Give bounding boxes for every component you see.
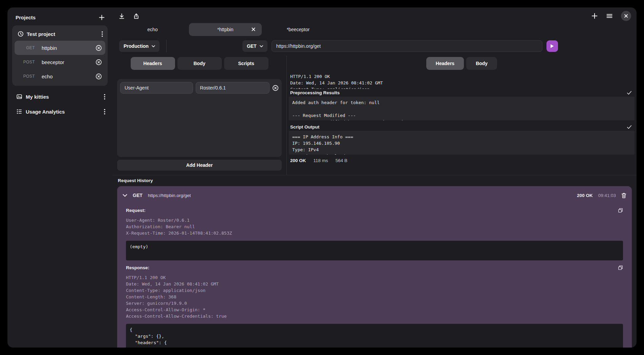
history-timestamp: 09:41:03 bbox=[598, 193, 616, 198]
copy-request-button[interactable] bbox=[618, 208, 623, 213]
close-icon bbox=[624, 14, 628, 18]
import-button[interactable] bbox=[119, 13, 125, 19]
script-output-title: Script Output bbox=[290, 124, 319, 130]
copy-response-button[interactable] bbox=[618, 265, 623, 270]
header-value-input[interactable] bbox=[196, 82, 270, 94]
remove-request-icon[interactable] bbox=[95, 45, 102, 51]
response-header-line: Access-Control-Allow-Origin: * bbox=[126, 307, 623, 313]
response-header-line: Date: Wed, 14 Jan 2026 08:41:02 GMT bbox=[290, 80, 632, 86]
list-icon bbox=[16, 109, 22, 115]
remove-request-icon[interactable] bbox=[95, 73, 102, 80]
request-name: beeceptor bbox=[42, 59, 95, 65]
send-request-button[interactable] bbox=[546, 40, 558, 52]
history-request-headers: User-Agent: Roster/0.6.1 Authorization: … bbox=[126, 217, 623, 237]
tab-request-body[interactable]: Body bbox=[177, 57, 222, 70]
history-entry-header[interactable]: GET https://httpbin.org/get 200 OK 09:41… bbox=[122, 186, 627, 203]
request-item-httpbin[interactable]: GET httpbin bbox=[15, 41, 105, 55]
response-header-line: HTTP/1.1 200 OK bbox=[126, 275, 623, 281]
history-status: 200 OK bbox=[577, 193, 593, 198]
collapse-chevron-icon[interactable] bbox=[123, 194, 127, 197]
status-code: 200 OK bbox=[290, 158, 306, 163]
export-button[interactable] bbox=[133, 13, 139, 19]
project-group-test-project: Test project GET httpbin POST beeceptor bbox=[12, 25, 108, 86]
request-label: Request: bbox=[126, 208, 146, 213]
request-name: httpbin bbox=[42, 45, 95, 51]
project-usage-analytics[interactable]: Usage Analytics bbox=[12, 104, 108, 119]
response-body-box: { "args": {}, "headers": { bbox=[126, 324, 623, 348]
response-header-line: HTTP/1.1 200 OK bbox=[290, 73, 632, 80]
request-history-title: Request History bbox=[117, 175, 632, 186]
delete-history-button[interactable] bbox=[621, 193, 626, 198]
menu-button[interactable] bbox=[606, 13, 613, 19]
script-output-section-header: Script Output bbox=[287, 123, 637, 131]
project-name: My kitties bbox=[26, 94, 101, 100]
spacer bbox=[287, 120, 637, 123]
output-line: Added auth header for token: null bbox=[292, 99, 631, 106]
script-output: === IP Address Info === IP: 195.146.105.… bbox=[289, 131, 635, 155]
request-history-section: Request History GET https://httpbin.org/… bbox=[112, 175, 637, 348]
history-response-headers: HTTP/1.1 200 OK Date: Wed, 14 Jan 2026 0… bbox=[126, 275, 623, 320]
tab-label: echo bbox=[147, 27, 157, 32]
response-header-line: Date: Wed, 14 Jan 2026 08:41:02 GMT bbox=[126, 281, 623, 288]
chevron-down-icon bbox=[152, 45, 155, 47]
project-my-kitties[interactable]: My kitties bbox=[12, 89, 108, 104]
request-bar: Production GET bbox=[112, 37, 637, 56]
method-label: GET bbox=[15, 45, 35, 50]
tab-httpbin[interactable]: *httpbin bbox=[189, 23, 262, 36]
project-menu-icon[interactable] bbox=[104, 94, 105, 100]
sidebar-header: Projects bbox=[12, 12, 108, 25]
project-menu-icon[interactable] bbox=[102, 31, 103, 37]
plus-icon bbox=[99, 14, 105, 21]
project-menu-icon[interactable] bbox=[104, 109, 105, 115]
response-body-line: { bbox=[130, 327, 619, 333]
output-line: === IP Address Info === bbox=[292, 134, 631, 140]
tab-echo[interactable]: echo bbox=[116, 23, 189, 36]
project-name: Test project bbox=[27, 31, 99, 37]
response-body-line: "args": {}, bbox=[130, 333, 619, 339]
tab-request-scripts[interactable]: Scripts bbox=[224, 57, 269, 70]
request-header-line: User-Agent: Roster/0.6.1 bbox=[126, 217, 623, 224]
tab-request-headers[interactable]: Headers bbox=[131, 57, 175, 70]
tab-beeceptor[interactable]: *beeceptor bbox=[262, 23, 335, 36]
copy-icon bbox=[618, 208, 623, 213]
chevron-down-icon bbox=[260, 45, 263, 47]
remove-header-icon[interactable] bbox=[272, 85, 279, 91]
hamburger-icon bbox=[606, 13, 613, 19]
add-header-button[interactable]: Add Header bbox=[117, 160, 282, 171]
project-name: Usage Analytics bbox=[26, 109, 101, 115]
trash-icon bbox=[621, 193, 626, 198]
response-header-line: Content-Type: application/json bbox=[290, 86, 632, 89]
url-input[interactable] bbox=[272, 40, 542, 52]
window-close-button[interactable] bbox=[621, 11, 631, 21]
check-icon bbox=[627, 91, 632, 95]
header-row bbox=[120, 82, 279, 94]
response-headers-preview: HTTP/1.1 200 OK Date: Wed, 14 Jan 2026 0… bbox=[287, 71, 637, 89]
response-header-line: Content-Type: application/json bbox=[126, 288, 623, 294]
request-item-beeceptor[interactable]: POST beeceptor bbox=[15, 55, 105, 69]
method-dropdown[interactable]: GET bbox=[242, 40, 267, 52]
history-method: GET bbox=[133, 193, 143, 198]
request-editor-panel: Headers Body Scripts Add Header bbox=[112, 56, 286, 175]
tab-response-body[interactable]: Body bbox=[466, 57, 497, 70]
tab-response-headers[interactable]: Headers bbox=[426, 57, 464, 70]
response-status-bar: 200 OK 118 ms 564 B bbox=[287, 155, 637, 166]
response-label: Response: bbox=[126, 265, 149, 270]
header-key-input[interactable] bbox=[120, 82, 193, 94]
panels-row: Headers Body Scripts Add Header bbox=[112, 56, 637, 175]
new-tab-button[interactable] bbox=[591, 13, 598, 19]
response-sub-header: Response: bbox=[126, 265, 623, 270]
add-project-button[interactable] bbox=[99, 14, 105, 21]
tab-close-icon[interactable] bbox=[251, 27, 256, 32]
request-item-echo[interactable]: POST echo bbox=[15, 69, 105, 83]
project-test-project[interactable]: Test project bbox=[15, 28, 105, 41]
method-label: GET bbox=[247, 43, 257, 49]
environment-label: Production bbox=[124, 43, 149, 49]
request-body-text: (empty) bbox=[130, 243, 619, 250]
remove-request-icon[interactable] bbox=[95, 59, 102, 65]
environment-dropdown[interactable]: Production bbox=[119, 40, 159, 52]
projects-title: Projects bbox=[16, 15, 36, 20]
preprocessing-section-header: Preprocessing Results bbox=[287, 89, 637, 97]
play-icon bbox=[550, 44, 554, 48]
request-header-line: Authorization: Bearer null bbox=[126, 224, 623, 230]
output-line: IP: 195.146.105.90 bbox=[292, 140, 631, 146]
